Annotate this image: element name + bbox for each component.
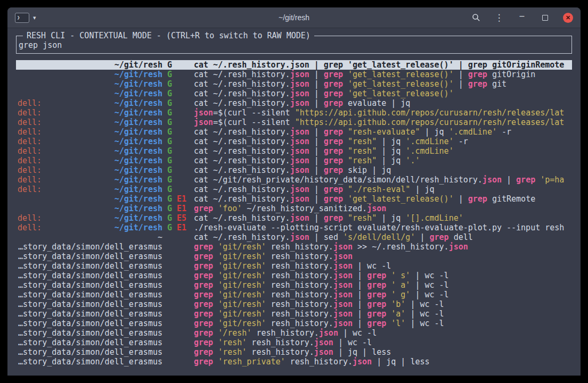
history-row[interactable]: …story_data/simon/dell_erasmusgrep 'git/… [16, 309, 572, 319]
history-row[interactable]: …story_data/simon/dell_erasmusgrep '/res… [16, 328, 572, 338]
command-token: cat ~/.resh_history. [194, 156, 290, 165]
command-token: | jq | less [372, 357, 429, 367]
search-icon[interactable] [471, 13, 481, 22]
command-token: | wc -l [410, 271, 448, 280]
command-token [386, 271, 391, 280]
directory-label: …story_data/simon/dell_erasmus [18, 347, 162, 357]
restore-button[interactable] [540, 13, 550, 22]
flags-cell: G [162, 137, 194, 146]
command-token: | [309, 98, 324, 108]
command-token [213, 338, 218, 347]
command-token: | [309, 89, 324, 98]
search-query-input[interactable]: grep json [19, 40, 568, 50]
history-row[interactable]: dell:~/git/reshGjson=$(curl --silent "ht… [16, 118, 572, 127]
history-row[interactable]: ~/git/reshGcat ~/.resh_history.json | gr… [16, 79, 572, 89]
command-token: resh_history. [285, 357, 353, 367]
history-row[interactable]: …story_data/simon/dell_erasmusgrep 'git/… [16, 242, 572, 252]
host-label: dell: [18, 146, 42, 156]
history-row[interactable]: ~/git/reshGcat ~/.resh_history.json | gr… [16, 89, 572, 98]
mode-title: RESH CLI - CONTEXTUAL MODE - (CTRL+R to … [23, 31, 314, 40]
history-row[interactable]: …story_data/simon/dell_erasmusgrep 'resh… [16, 347, 572, 357]
history-row[interactable]: dell:~/git/reshGjson=$(curl --silent "ht… [16, 108, 572, 118]
history-row[interactable]: dell:~/git/reshGcat ~/.resh_history.json… [16, 98, 572, 108]
history-row[interactable]: dell:~/git/reshGcat ~/.resh_history.json… [16, 185, 572, 194]
titlebar: ❯ ▾ ~/git/resh ⋮ – ✕ [7, 7, 581, 28]
command-token [343, 70, 348, 79]
terminal-tab-icon[interactable]: ❯ [15, 13, 29, 23]
history-row[interactable]: ~cat ~/.resh_history.json | sed 's/dell/… [16, 232, 572, 242]
command-token: json [290, 98, 309, 108]
minimize-button[interactable]: – [517, 11, 527, 24]
command-token: grep [324, 194, 343, 204]
git-flag: G [167, 185, 172, 194]
command-token: skip | jq [343, 165, 391, 175]
command-token: | [309, 156, 324, 165]
command-token: | jq | less [333, 347, 391, 357]
history-row[interactable]: …story_data/simon/dell_erasmusgrep 'git/… [16, 252, 572, 261]
host-label: dell: [18, 156, 42, 165]
flags-cell: G [162, 146, 194, 156]
command-token: json [290, 60, 309, 70]
command-token: json [290, 146, 309, 156]
chevron-down-icon[interactable]: ▾ [33, 14, 36, 21]
close-button[interactable]: ✕ [563, 13, 573, 23]
directory-label: …story_data/simon/dell_erasmus [18, 309, 162, 319]
command-token: | wc -l [410, 280, 448, 290]
command-token: | [309, 194, 324, 204]
history-row[interactable]: dell:~/git/reshGcat ~/git/resh_private/h… [16, 175, 572, 185]
flags-cell [162, 242, 194, 252]
kebab-menu-icon[interactable]: ⋮ [494, 13, 504, 22]
history-row[interactable]: …story_data/simon/dell_erasmusgrep 'git/… [16, 271, 572, 280]
history-row[interactable]: dell:~/git/reshGcat ~/.resh_history.json… [16, 137, 572, 146]
command-token [386, 290, 391, 299]
history-row[interactable]: ~/git/reshGE1cat ~/.resh_history.json | … [16, 194, 572, 204]
command-token: cat ~/.resh_history. [194, 165, 290, 175]
history-row[interactable]: …story_data/simon/dell_erasmusgrep 'git/… [16, 261, 572, 271]
command-token: grep [324, 185, 343, 194]
history-row[interactable]: …story_data/simon/dell_erasmusgrep 'resh… [16, 338, 572, 347]
history-row[interactable]: dell:~/git/reshGcat ~/.resh_history.json… [16, 156, 572, 165]
command-token: | [309, 213, 324, 223]
command-text: grep 'git/resh' resh_history.json | grep… [194, 280, 572, 290]
command-token [343, 213, 348, 223]
host-label: dell: [18, 213, 42, 223]
history-row[interactable]: …story_data/simon/dell_erasmusgrep 'git/… [16, 290, 572, 299]
command-token: 'git/resh' [218, 319, 266, 328]
directory-label: ~/git/resh [115, 185, 162, 194]
command-token: json [290, 213, 309, 223]
history-row[interactable]: ~/git/reshGE1grep 'foo' ~/resh_history_s… [16, 204, 572, 213]
command-token [213, 309, 218, 319]
exit-status-flag: E1 [177, 204, 186, 213]
terminal-window: ❯ ▾ ~/git/resh ⋮ – ✕ RESH CLI - CONTEXTU… [7, 7, 581, 376]
history-row-selected[interactable]: ~/git/reshGcat ~/.resh_history.json | gr… [16, 60, 572, 70]
history-row[interactable]: dell:~/git/reshGcat ~/.resh_history.json… [16, 127, 572, 137]
history-row[interactable]: …story_data/simon/dell_erasmusgrep 'git/… [16, 280, 572, 290]
command-token: "https://api.github.com/repos/curusarn/r… [295, 118, 565, 127]
history-row[interactable]: dell:~/git/reshGE1./resh-evaluate --plot… [16, 223, 572, 232]
history-row[interactable]: ~/git/reshGcat ~/.resh_history.json | gr… [16, 70, 572, 79]
flags-cell [162, 271, 194, 280]
history-row[interactable]: dell:~/git/reshGcat ~/.resh_history.json… [16, 146, 572, 156]
history-row[interactable]: dell:~/git/reshGE5cat ~/.resh_history.js… [16, 213, 572, 223]
history-row[interactable]: …story_data/simon/dell_erasmusgrep 'git/… [16, 299, 572, 309]
history-row[interactable]: …story_data/simon/dell_erasmusgrep 'git/… [16, 319, 572, 328]
command-token: ' s' [391, 271, 410, 280]
command-text: grep 'foo' ~/resh_history_sanitized.json [194, 204, 572, 213]
hostdir-cell: dell:~/git/resh [18, 146, 162, 156]
flags-cell: G [162, 156, 194, 165]
flags-cell: G [162, 70, 194, 79]
history-row[interactable]: dell:~/git/reshGcat ~/.resh_history.json… [16, 165, 572, 175]
command-token: grep [468, 70, 487, 79]
command-token: resh_history. [266, 271, 333, 280]
directory-label: …story_data/simon/dell_erasmus [18, 242, 162, 252]
history-row[interactable]: …story_data/simon/dell_erasmusgrep 'resh… [16, 357, 572, 367]
command-token: grep [324, 165, 343, 175]
directory-label: …story_data/simon/dell_erasmus [18, 261, 162, 271]
command-token [343, 89, 348, 98]
command-token: json [333, 309, 353, 319]
command-token: | [309, 137, 324, 146]
command-token: json [194, 118, 213, 127]
command-token: grep [367, 309, 386, 319]
command-text: grep 'git/resh' resh_history.json | grep… [194, 271, 572, 280]
command-token: 'resh_private' [218, 357, 285, 367]
